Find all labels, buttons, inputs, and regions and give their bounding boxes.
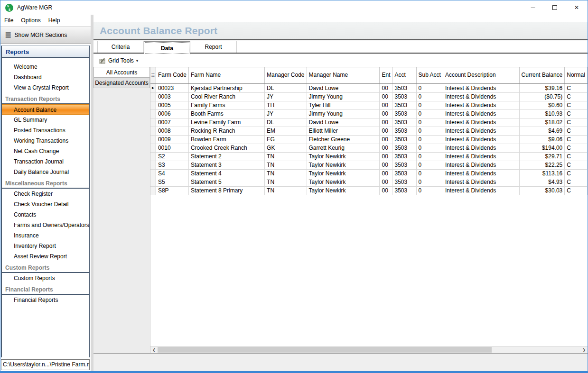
cell-ent[interactable]: 00 [380,178,392,186]
cell-manager_name[interactable]: Taylor Newkirk [307,169,380,178]
cell-manager_code[interactable]: GK [265,144,307,152]
cell-current_balance[interactable]: $29.71 [519,152,565,161]
show-mgr-sections-button[interactable]: ☰ Show MGR Sections [0,27,91,44]
cell-manager_name[interactable]: Garrett Keurig [307,144,380,152]
column-header-current_balance[interactable]: Current Balance [519,67,565,83]
cell-farm_code[interactable]: 00023 [156,83,188,92]
cell-ent[interactable]: 00 [380,127,392,135]
cell-ent[interactable]: 00 [380,83,392,92]
cell-farm_code[interactable]: S8P [156,186,188,195]
cell-farm_name[interactable]: Levine Family Farm [188,118,264,127]
sidebar-item-check-register[interactable]: Check Register [2,189,89,199]
cell-farm_name[interactable]: Statement 8 Primary [188,186,264,195]
cell-current_balance[interactable]: $18.02 [519,118,565,127]
column-header-farm_name[interactable]: Farm Name [188,67,264,83]
cell-farm_name[interactable]: Statement 3 [188,161,264,169]
cell-normal[interactable]: C [565,152,588,161]
cell-sub_acct[interactable]: 0 [416,152,443,161]
row-indicator[interactable] [150,144,156,152]
cell-manager_name[interactable]: Tyler Hill [307,101,380,109]
row-indicator[interactable] [150,101,156,109]
cell-current_balance[interactable]: $30.03 [519,186,565,195]
row-indicator[interactable] [150,135,156,144]
menu-options[interactable]: Options [21,16,44,25]
cell-farm_name[interactable]: Booth Farms [188,109,264,118]
cell-sub_acct[interactable]: 0 [416,144,443,152]
sidebar-item-view-a-crystal-report[interactable]: View a Crystal Report [2,82,89,93]
sidebar-item-financial-reports[interactable]: Financial Reports [2,295,89,305]
column-header-account_description[interactable]: Account Description [443,67,519,83]
cell-acct[interactable]: 3503 [392,135,416,144]
cell-normal[interactable]: C [565,109,588,118]
cell-farm_name[interactable]: Rocking R Ranch [188,127,264,135]
cell-manager_code[interactable]: TN [265,169,307,178]
cell-farm_code[interactable]: S3 [156,161,188,169]
cell-manager_code[interactable]: TN [265,178,307,186]
cell-manager_name[interactable]: Taylor Newkirk [307,152,380,161]
scrollbar-track[interactable] [158,346,580,353]
cell-normal[interactable]: C [565,144,588,152]
cell-account_description[interactable]: Interest & Dividends [443,92,519,101]
cell-manager_name[interactable]: Jimmy Young [307,92,380,101]
cell-farm_name[interactable]: Crooked Creek Ranch [188,144,264,152]
cell-current_balance[interactable]: $4.93 [519,178,565,186]
cell-farm_name[interactable]: Statement 5 [188,178,264,186]
cell-sub_acct[interactable]: 0 [416,101,443,109]
cell-sub_acct[interactable]: 0 [416,118,443,127]
cell-normal[interactable]: C [565,186,588,195]
cell-normal[interactable]: C [565,118,588,127]
cell-sub_acct[interactable]: 0 [416,92,443,101]
cell-acct[interactable]: 3503 [392,101,416,109]
cell-manager_name[interactable]: David Lowe [307,118,380,127]
cell-ent[interactable]: 00 [380,109,392,118]
cell-account_description[interactable]: Interest & Dividends [443,135,519,144]
cell-account_description[interactable]: Interest & Dividends [443,178,519,186]
cell-ent[interactable]: 00 [380,152,392,161]
cell-farm_code[interactable]: 0005 [156,101,188,109]
cell-farm_code[interactable]: S2 [156,152,188,161]
cell-ent[interactable]: 00 [380,101,392,109]
cell-acct[interactable]: 3503 [392,169,416,178]
cell-manager_code[interactable]: JY [265,92,307,101]
cell-ent[interactable]: 00 [380,118,392,127]
cell-acct[interactable]: 3503 [392,186,416,195]
row-indicator[interactable] [150,178,156,186]
sidebar-item-inventory-report[interactable]: Inventory Report [2,241,89,251]
cell-farm_code[interactable]: 0008 [156,127,188,135]
sidebar-item-posted-transactions[interactable]: Posted Transactions [2,125,89,136]
scroll-right-icon[interactable]: ❯ [580,348,588,352]
tab-criteria[interactable]: Criteria [97,41,144,53]
scrollbar-thumb[interactable] [158,347,492,353]
cell-normal[interactable]: C [565,127,588,135]
tab-data[interactable]: Data [144,41,190,55]
cell-acct[interactable]: 3503 [392,161,416,169]
cell-normal[interactable]: C [565,135,588,144]
cell-manager_name[interactable]: Jimmy Young [307,109,380,118]
sidebar-item-farms-and-owners-operators[interactable]: Farms and Owners/Operators [2,220,89,230]
cell-account_description[interactable]: Interest & Dividends [443,101,519,109]
row-indicator[interactable] [150,161,156,169]
sidebar-item-asset-review-report[interactable]: Asset Review Report [2,251,89,262]
cell-manager_name[interactable]: Fletcher Greene [307,135,380,144]
cell-farm_name[interactable]: Statement 2 [188,152,264,161]
row-indicator[interactable] [150,118,156,127]
column-header-sub_acct[interactable]: Sub Acct [416,67,443,83]
tab-report[interactable]: Report [190,41,237,53]
column-header-farm_code[interactable]: Farm Code [156,67,188,83]
cell-manager_name[interactable]: Taylor Newkirk [307,178,380,186]
sidebar-item-working-transactions[interactable]: Working Transactions [2,136,89,146]
cell-manager_name[interactable]: David Lowe [307,83,380,92]
sidebar-item-account-balance[interactable]: Account Balance [2,104,89,115]
row-indicator[interactable]: ► [150,83,156,92]
cell-farm_code[interactable]: 0003 [156,92,188,101]
cell-manager_name[interactable]: Elliott Miller [307,127,380,135]
close-button[interactable]: ✕ [566,0,588,15]
sidebar-item-dashboard[interactable]: Dashboard [2,72,89,82]
cell-current_balance[interactable]: $39.16 [519,83,565,92]
sidebar-item-insurance[interactable]: Insurance [2,230,89,241]
cell-account_description[interactable]: Interest & Dividends [443,118,519,127]
cell-sub_acct[interactable]: 0 [416,178,443,186]
tab-all-accounts[interactable]: All Accounts [93,67,150,78]
cell-current_balance[interactable]: $4.69 [519,127,565,135]
cell-normal[interactable]: C [565,178,588,186]
